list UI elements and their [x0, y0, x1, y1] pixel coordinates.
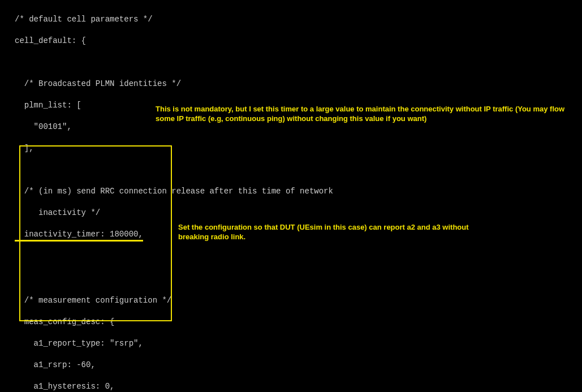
code-line: a1_report_type: "rsrp", — [0, 338, 582, 349]
code-line: /* Broadcasted PLMN identities */ — [0, 79, 582, 89]
annotation-meas-config: Set the configuration so that DUT (UEsim… — [178, 222, 495, 242]
config-code-block: /* default cell parameters */ cell_defau… — [0, 0, 582, 392]
code-line: cell_default: { — [0, 36, 582, 46]
code-line — [0, 57, 582, 68]
annotation-inactivity-timer: This is not mandatory, but I set this ti… — [156, 104, 580, 123]
code-line: meas_config_desc: { — [0, 317, 582, 328]
code-line: a1_hysteresis: 0, — [0, 381, 582, 392]
code-line: a1_rsrp: -60, — [0, 360, 582, 371]
code-line — [0, 252, 582, 263]
code-line: inactivity */ — [0, 208, 582, 218]
code-line — [0, 274, 582, 285]
code-line: /* (in ms) send RRC connection release a… — [0, 186, 582, 197]
code-line — [0, 165, 582, 175]
code-line: ], — [0, 143, 582, 154]
code-line: /* default cell parameters */ — [0, 14, 582, 25]
highlight-inactivity-timer: inactivity_timer: 180000, — [15, 229, 143, 242]
code-line: /* measurement configuration */ — [0, 295, 582, 306]
